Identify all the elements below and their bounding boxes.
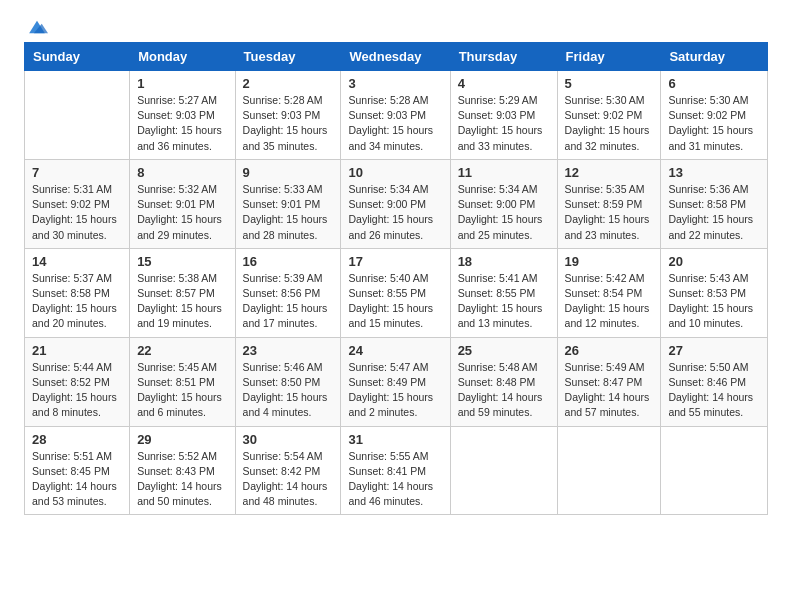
calendar-cell: 3Sunrise: 5:28 AM Sunset: 9:03 PM Daylig… bbox=[341, 71, 450, 160]
day-info: Sunrise: 5:34 AM Sunset: 9:00 PM Dayligh… bbox=[348, 182, 442, 243]
calendar-cell: 10Sunrise: 5:34 AM Sunset: 9:00 PM Dayli… bbox=[341, 159, 450, 248]
day-number: 28 bbox=[32, 432, 122, 447]
day-info: Sunrise: 5:30 AM Sunset: 9:02 PM Dayligh… bbox=[668, 93, 760, 154]
calendar-cell: 9Sunrise: 5:33 AM Sunset: 9:01 PM Daylig… bbox=[235, 159, 341, 248]
calendar-cell: 16Sunrise: 5:39 AM Sunset: 8:56 PM Dayli… bbox=[235, 248, 341, 337]
calendar-cell: 30Sunrise: 5:54 AM Sunset: 8:42 PM Dayli… bbox=[235, 426, 341, 515]
calendar-cell: 1Sunrise: 5:27 AM Sunset: 9:03 PM Daylig… bbox=[130, 71, 235, 160]
day-number: 19 bbox=[565, 254, 654, 269]
day-info: Sunrise: 5:54 AM Sunset: 8:42 PM Dayligh… bbox=[243, 449, 334, 510]
day-number: 20 bbox=[668, 254, 760, 269]
week-row-1: 1Sunrise: 5:27 AM Sunset: 9:03 PM Daylig… bbox=[25, 71, 768, 160]
day-info: Sunrise: 5:31 AM Sunset: 9:02 PM Dayligh… bbox=[32, 182, 122, 243]
day-number: 8 bbox=[137, 165, 227, 180]
calendar-cell bbox=[450, 426, 557, 515]
day-info: Sunrise: 5:34 AM Sunset: 9:00 PM Dayligh… bbox=[458, 182, 550, 243]
calendar-cell: 21Sunrise: 5:44 AM Sunset: 8:52 PM Dayli… bbox=[25, 337, 130, 426]
day-number: 12 bbox=[565, 165, 654, 180]
day-number: 14 bbox=[32, 254, 122, 269]
calendar-cell: 20Sunrise: 5:43 AM Sunset: 8:53 PM Dayli… bbox=[661, 248, 768, 337]
calendar-cell: 19Sunrise: 5:42 AM Sunset: 8:54 PM Dayli… bbox=[557, 248, 661, 337]
column-header-thursday: Thursday bbox=[450, 43, 557, 71]
day-number: 23 bbox=[243, 343, 334, 358]
calendar-cell: 14Sunrise: 5:37 AM Sunset: 8:58 PM Dayli… bbox=[25, 248, 130, 337]
column-header-friday: Friday bbox=[557, 43, 661, 71]
week-row-4: 21Sunrise: 5:44 AM Sunset: 8:52 PM Dayli… bbox=[25, 337, 768, 426]
day-number: 7 bbox=[32, 165, 122, 180]
day-info: Sunrise: 5:52 AM Sunset: 8:43 PM Dayligh… bbox=[137, 449, 227, 510]
calendar-cell: 18Sunrise: 5:41 AM Sunset: 8:55 PM Dayli… bbox=[450, 248, 557, 337]
day-info: Sunrise: 5:39 AM Sunset: 8:56 PM Dayligh… bbox=[243, 271, 334, 332]
day-number: 4 bbox=[458, 76, 550, 91]
day-number: 15 bbox=[137, 254, 227, 269]
day-info: Sunrise: 5:47 AM Sunset: 8:49 PM Dayligh… bbox=[348, 360, 442, 421]
day-number: 24 bbox=[348, 343, 442, 358]
day-info: Sunrise: 5:46 AM Sunset: 8:50 PM Dayligh… bbox=[243, 360, 334, 421]
calendar-cell: 22Sunrise: 5:45 AM Sunset: 8:51 PM Dayli… bbox=[130, 337, 235, 426]
day-info: Sunrise: 5:35 AM Sunset: 8:59 PM Dayligh… bbox=[565, 182, 654, 243]
calendar-cell: 31Sunrise: 5:55 AM Sunset: 8:41 PM Dayli… bbox=[341, 426, 450, 515]
calendar-header-row: SundayMondayTuesdayWednesdayThursdayFrid… bbox=[25, 43, 768, 71]
day-info: Sunrise: 5:55 AM Sunset: 8:41 PM Dayligh… bbox=[348, 449, 442, 510]
calendar-cell bbox=[661, 426, 768, 515]
day-number: 22 bbox=[137, 343, 227, 358]
column-header-tuesday: Tuesday bbox=[235, 43, 341, 71]
calendar-cell: 11Sunrise: 5:34 AM Sunset: 9:00 PM Dayli… bbox=[450, 159, 557, 248]
day-info: Sunrise: 5:33 AM Sunset: 9:01 PM Dayligh… bbox=[243, 182, 334, 243]
day-number: 16 bbox=[243, 254, 334, 269]
day-number: 13 bbox=[668, 165, 760, 180]
calendar-cell: 23Sunrise: 5:46 AM Sunset: 8:50 PM Dayli… bbox=[235, 337, 341, 426]
day-info: Sunrise: 5:28 AM Sunset: 9:03 PM Dayligh… bbox=[243, 93, 334, 154]
day-info: Sunrise: 5:28 AM Sunset: 9:03 PM Dayligh… bbox=[348, 93, 442, 154]
day-info: Sunrise: 5:44 AM Sunset: 8:52 PM Dayligh… bbox=[32, 360, 122, 421]
day-number: 17 bbox=[348, 254, 442, 269]
calendar-cell: 2Sunrise: 5:28 AM Sunset: 9:03 PM Daylig… bbox=[235, 71, 341, 160]
day-number: 3 bbox=[348, 76, 442, 91]
day-info: Sunrise: 5:48 AM Sunset: 8:48 PM Dayligh… bbox=[458, 360, 550, 421]
day-number: 9 bbox=[243, 165, 334, 180]
day-info: Sunrise: 5:32 AM Sunset: 9:01 PM Dayligh… bbox=[137, 182, 227, 243]
calendar-cell bbox=[557, 426, 661, 515]
calendar-cell: 25Sunrise: 5:48 AM Sunset: 8:48 PM Dayli… bbox=[450, 337, 557, 426]
day-number: 30 bbox=[243, 432, 334, 447]
column-header-saturday: Saturday bbox=[661, 43, 768, 71]
column-header-sunday: Sunday bbox=[25, 43, 130, 71]
day-info: Sunrise: 5:36 AM Sunset: 8:58 PM Dayligh… bbox=[668, 182, 760, 243]
page: SundayMondayTuesdayWednesdayThursdayFrid… bbox=[0, 0, 792, 533]
column-header-wednesday: Wednesday bbox=[341, 43, 450, 71]
calendar-cell: 13Sunrise: 5:36 AM Sunset: 8:58 PM Dayli… bbox=[661, 159, 768, 248]
calendar-cell: 15Sunrise: 5:38 AM Sunset: 8:57 PM Dayli… bbox=[130, 248, 235, 337]
calendar-cell: 17Sunrise: 5:40 AM Sunset: 8:55 PM Dayli… bbox=[341, 248, 450, 337]
day-info: Sunrise: 5:45 AM Sunset: 8:51 PM Dayligh… bbox=[137, 360, 227, 421]
day-number: 27 bbox=[668, 343, 760, 358]
header bbox=[24, 18, 768, 36]
day-info: Sunrise: 5:27 AM Sunset: 9:03 PM Dayligh… bbox=[137, 93, 227, 154]
column-header-monday: Monday bbox=[130, 43, 235, 71]
day-info: Sunrise: 5:38 AM Sunset: 8:57 PM Dayligh… bbox=[137, 271, 227, 332]
calendar-cell: 5Sunrise: 5:30 AM Sunset: 9:02 PM Daylig… bbox=[557, 71, 661, 160]
calendar-cell: 6Sunrise: 5:30 AM Sunset: 9:02 PM Daylig… bbox=[661, 71, 768, 160]
day-info: Sunrise: 5:41 AM Sunset: 8:55 PM Dayligh… bbox=[458, 271, 550, 332]
day-number: 1 bbox=[137, 76, 227, 91]
calendar-cell: 28Sunrise: 5:51 AM Sunset: 8:45 PM Dayli… bbox=[25, 426, 130, 515]
day-number: 11 bbox=[458, 165, 550, 180]
day-number: 31 bbox=[348, 432, 442, 447]
logo-icon bbox=[26, 18, 48, 36]
day-info: Sunrise: 5:42 AM Sunset: 8:54 PM Dayligh… bbox=[565, 271, 654, 332]
calendar-cell: 27Sunrise: 5:50 AM Sunset: 8:46 PM Dayli… bbox=[661, 337, 768, 426]
calendar-cell: 24Sunrise: 5:47 AM Sunset: 8:49 PM Dayli… bbox=[341, 337, 450, 426]
day-info: Sunrise: 5:37 AM Sunset: 8:58 PM Dayligh… bbox=[32, 271, 122, 332]
logo bbox=[24, 18, 48, 36]
day-info: Sunrise: 5:50 AM Sunset: 8:46 PM Dayligh… bbox=[668, 360, 760, 421]
day-info: Sunrise: 5:43 AM Sunset: 8:53 PM Dayligh… bbox=[668, 271, 760, 332]
day-number: 2 bbox=[243, 76, 334, 91]
week-row-5: 28Sunrise: 5:51 AM Sunset: 8:45 PM Dayli… bbox=[25, 426, 768, 515]
calendar-cell bbox=[25, 71, 130, 160]
day-number: 6 bbox=[668, 76, 760, 91]
day-number: 18 bbox=[458, 254, 550, 269]
day-number: 25 bbox=[458, 343, 550, 358]
day-number: 10 bbox=[348, 165, 442, 180]
calendar-cell: 12Sunrise: 5:35 AM Sunset: 8:59 PM Dayli… bbox=[557, 159, 661, 248]
day-info: Sunrise: 5:49 AM Sunset: 8:47 PM Dayligh… bbox=[565, 360, 654, 421]
calendar-cell: 7Sunrise: 5:31 AM Sunset: 9:02 PM Daylig… bbox=[25, 159, 130, 248]
